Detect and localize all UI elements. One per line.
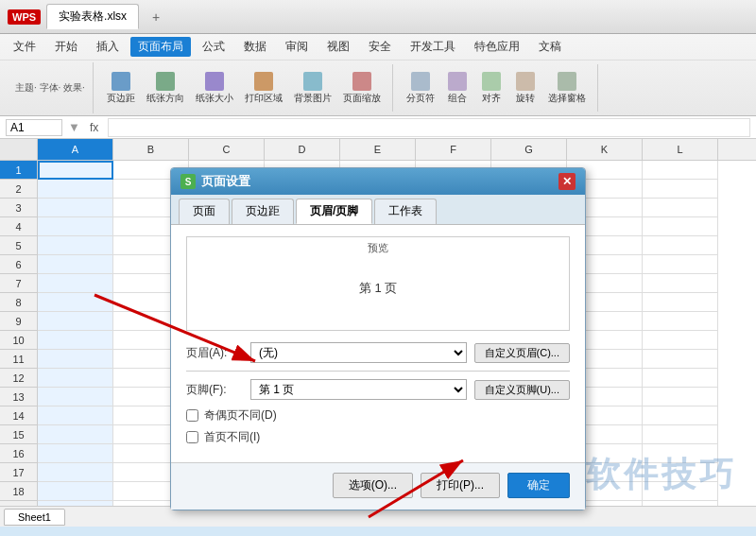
print-area-btn[interactable]: 打印区域 — [241, 70, 286, 107]
row-header-12[interactable]: 12 — [0, 369, 38, 388]
file-tab[interactable]: 实验表格.xlsx — [46, 4, 139, 29]
col-header-b[interactable]: B — [113, 139, 189, 160]
row-header-5[interactable]: 5 — [0, 236, 38, 255]
page-size-btn[interactable]: 纸张大小 — [192, 70, 237, 107]
fx-icon: fx — [90, 121, 98, 134]
align-btn[interactable]: 对齐 — [476, 70, 507, 107]
row-header-16[interactable]: 16 — [0, 444, 38, 463]
menu-home[interactable]: 开始 — [47, 37, 85, 57]
odd-even-label: 奇偶页不同(D) — [204, 407, 277, 424]
menu-data[interactable]: 数据 — [236, 37, 274, 57]
dialog-title-icon: S — [180, 174, 196, 189]
row-header-17[interactable]: 17 — [0, 463, 38, 482]
row-headers: 1 2 3 4 5 6 7 8 9 10 11 12 13 14 15 16 1… — [0, 161, 38, 527]
cell-l2[interactable] — [643, 180, 718, 199]
wps-logo: WPS — [8, 9, 41, 25]
menu-doc[interactable]: 文稿 — [531, 37, 569, 57]
col-header-d[interactable]: D — [265, 139, 340, 160]
group-btn[interactable]: 组合 — [442, 70, 472, 107]
odd-even-checkbox-row: 奇偶页不同(D) — [186, 407, 570, 424]
ribbon-menu-bar: 文件 开始 插入 页面布局 公式 数据 审阅 视图 安全 开发工具 特色应用 文… — [0, 34, 756, 61]
cell-a1[interactable] — [38, 161, 113, 180]
col-header-e[interactable]: E — [340, 139, 416, 160]
row-header-10[interactable]: 10 — [0, 331, 38, 350]
ribbon-tools: 主题· 字体· 效果· 页边距 纸张方向 纸张大小 打印区域 — [0, 61, 756, 115]
col-header-f[interactable]: F — [416, 139, 491, 160]
first-page-checkbox[interactable] — [186, 431, 198, 443]
menu-special[interactable]: 特色应用 — [467, 37, 527, 57]
odd-even-checkbox[interactable] — [186, 409, 198, 422]
row-header-14[interactable]: 14 — [0, 406, 38, 425]
row-header-18[interactable]: 18 — [0, 482, 38, 501]
row-header-1[interactable]: 1 — [0, 161, 38, 180]
dialog-title: S 页面设置 — [180, 173, 250, 190]
ok-button[interactable]: 确定 — [507, 473, 570, 498]
tab-header-footer[interactable]: 页眉/页脚 — [296, 199, 372, 224]
menu-file[interactable]: 文件 — [6, 37, 43, 57]
row-header-13[interactable]: 13 — [0, 388, 38, 406]
custom-footer-button[interactable]: 自定义页脚(U)... — [474, 380, 570, 400]
col-header-k[interactable]: K — [567, 139, 643, 160]
row-header-3[interactable]: 3 — [0, 199, 38, 217]
page-scale-btn[interactable]: 页面缩放 — [339, 70, 385, 107]
formula-input[interactable] — [108, 118, 750, 137]
menu-security[interactable]: 安全 — [361, 37, 399, 57]
col-header-l[interactable]: L — [643, 139, 718, 160]
main-area: A B C D E F G K L 1 2 3 4 5 6 7 8 9 10 1… — [0, 139, 756, 527]
tab-sheet[interactable]: 工作表 — [374, 199, 437, 224]
custom-header-button[interactable]: 自定义页眉(C)... — [474, 343, 570, 363]
page-orientation-btn[interactable]: 纸张方向 — [143, 70, 188, 107]
row-header-15[interactable]: 15 — [0, 425, 38, 444]
print-button[interactable]: 打印(P)... — [421, 473, 500, 498]
footer-select[interactable]: 第 1 页 — [250, 379, 467, 400]
col-header-a[interactable]: A — [38, 139, 113, 160]
tab-page[interactable]: 页面 — [179, 199, 230, 224]
menu-view[interactable]: 视图 — [319, 37, 357, 57]
formula-expand-icon: ▼ — [68, 120, 80, 134]
new-tab-button[interactable]: + — [145, 6, 167, 28]
header-label: 页眉(A): — [186, 345, 243, 361]
dialog-close-button[interactable]: ✕ — [558, 173, 576, 190]
first-page-label: 首页不同(I) — [204, 429, 260, 445]
menu-dev-tools[interactable]: 开发工具 — [403, 37, 463, 57]
rotate-btn[interactable]: 旋转 — [510, 70, 541, 107]
col-header-c[interactable]: C — [189, 139, 265, 160]
cell-l1[interactable] — [643, 161, 718, 180]
page-margin-btn[interactable]: 页边距 — [103, 70, 139, 107]
tab-margin[interactable]: 页边距 — [232, 199, 294, 224]
first-page-checkbox-row: 首页不同(I) — [186, 429, 570, 445]
footer-label: 页脚(F): — [186, 382, 243, 398]
sheet-tab-1[interactable]: Sheet1 — [4, 509, 65, 526]
dialog-footer: 选项(O)... 打印(P)... 确定 — [171, 462, 585, 510]
row-header-4[interactable]: 4 — [0, 217, 38, 236]
select-pane-btn[interactable]: 选择窗格 — [544, 70, 590, 107]
dialog-titlebar: S 页面设置 ✕ — [171, 168, 585, 195]
align-group: 分页符 组合 对齐 旋转 选择窗格 — [395, 64, 598, 112]
page-setup-dialog: S 页面设置 ✕ 页面 页边距 页眉/页脚 工作表 预览 第 1 页 页眉(A)… — [170, 167, 586, 510]
row-header-2[interactable]: 2 — [0, 180, 38, 199]
row-header-6[interactable]: 6 — [0, 255, 38, 274]
separator — [186, 371, 570, 372]
dialog-tabs: 页面 页边距 页眉/页脚 工作表 — [171, 195, 585, 225]
bg-image-btn[interactable]: 背景图片 — [290, 70, 335, 107]
cell-reference-input[interactable]: A1 — [6, 119, 62, 136]
menu-review[interactable]: 审阅 — [278, 37, 316, 57]
row-header-8[interactable]: 8 — [0, 293, 38, 312]
row-header-7[interactable]: 7 — [0, 274, 38, 293]
preview-area: 预览 第 1 页 — [186, 236, 570, 331]
row-header-9[interactable]: 9 — [0, 312, 38, 331]
corner-cell — [0, 139, 38, 160]
cell-a2[interactable] — [38, 180, 113, 199]
options-button[interactable]: 选项(O)... — [333, 473, 413, 498]
header-select[interactable]: (无) — [250, 342, 467, 363]
dialog-body: 预览 第 1 页 页眉(A): (无) 自定义页眉(C)... 页脚(F): 第… — [171, 225, 585, 462]
menu-formula[interactable]: 公式 — [195, 37, 232, 57]
ribbon: 文件 开始 插入 页面布局 公式 数据 审阅 视图 安全 开发工具 特色应用 文… — [0, 34, 756, 116]
menu-page-layout[interactable]: 页面布局 — [130, 37, 191, 57]
page-break-btn[interactable]: 分页符 — [403, 70, 438, 107]
footer-row: 页脚(F): 第 1 页 自定义页脚(U)... — [186, 379, 570, 400]
row-header-11[interactable]: 11 — [0, 350, 38, 369]
preview-footer-text: 第 1 页 — [359, 280, 397, 297]
col-header-g[interactable]: G — [491, 139, 567, 160]
menu-insert[interactable]: 插入 — [89, 37, 127, 57]
